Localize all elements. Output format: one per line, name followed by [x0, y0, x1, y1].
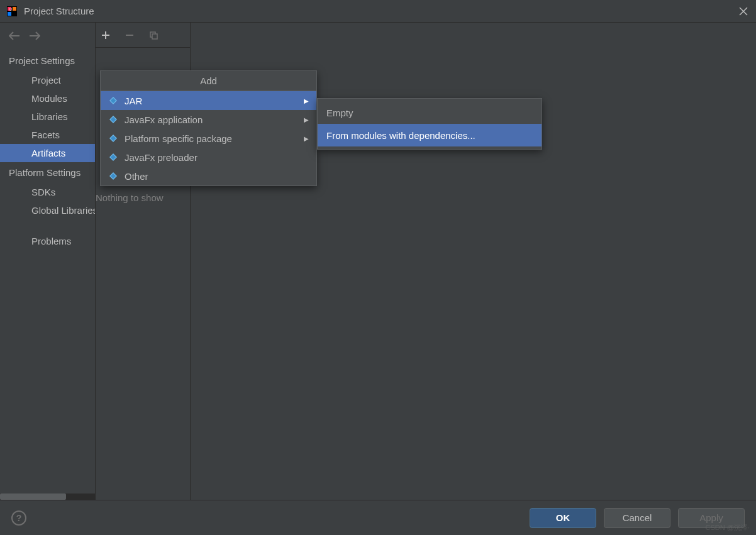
chevron-right-icon: ▶ [304, 116, 309, 123]
app-icon: IJ [6, 6, 18, 17]
menu-label: Platform specific package [125, 133, 232, 144]
section-platform-settings: Platform Settings [0, 162, 95, 183]
sidebar-item-sdks[interactable]: SDKs [0, 183, 95, 201]
chevron-right-icon: ▶ [304, 135, 309, 142]
menu-item-javafx-preloader[interactable]: JavaFx preloader [101, 148, 316, 167]
sidebar-item-global-libraries[interactable]: Global Libraries [0, 201, 95, 219]
chevron-right-icon: ▶ [304, 97, 309, 104]
artifact-icon [108, 152, 118, 162]
add-menu-header: Add [101, 71, 316, 91]
menu-label: JavaFx preloader [125, 152, 197, 163]
copy-button[interactable] [147, 29, 160, 41]
close-icon[interactable] [737, 5, 750, 18]
sidebar-item-problems[interactable]: Problems [0, 232, 95, 250]
sidebar-item-libraries[interactable]: Libraries [0, 108, 95, 126]
menu-item-other[interactable]: Other [101, 167, 316, 185]
titlebar: IJ Project Structure [0, 0, 756, 23]
nav-forward-icon[interactable] [29, 31, 42, 44]
svg-rect-6 [152, 34, 157, 39]
submenu-item-from-modules[interactable]: From modules with dependencies... [318, 124, 542, 146]
menu-label: Empty [326, 108, 353, 118]
artifact-icon [108, 114, 118, 124]
ok-button[interactable]: OK [530, 508, 596, 528]
jar-submenu: Empty From modules with dependencies... [317, 98, 542, 150]
remove-button[interactable] [123, 29, 136, 41]
add-button[interactable] [99, 29, 112, 41]
cancel-button[interactable]: Cancel [604, 508, 670, 528]
menu-label: From modules with dependencies... [326, 130, 475, 141]
svg-rect-2 [13, 7, 16, 11]
sidebar-item-facets[interactable]: Facets [0, 126, 95, 144]
section-project-settings: Project Settings [0, 50, 95, 71]
artifact-icon [108, 96, 118, 106]
add-menu: Add JAR ▶ JavaFx application ▶ [100, 70, 317, 186]
window-title: Project Structure [24, 6, 94, 16]
watermark: CSDN @沉泽· [706, 523, 750, 532]
sidebar: Project Settings Project Modules Librari… [0, 23, 96, 500]
menu-item-javafx-app[interactable]: JavaFx application ▶ [101, 110, 316, 129]
sidebar-item-artifacts[interactable]: Artifacts [0, 144, 95, 162]
nav-back-icon[interactable] [9, 31, 21, 44]
svg-text:IJ: IJ [9, 8, 12, 11]
sidebar-scrollbar[interactable] [0, 494, 95, 500]
menu-label: JAR [125, 96, 142, 106]
help-button[interactable]: ? [11, 510, 26, 526]
sidebar-item-modules[interactable]: Modules [0, 89, 95, 108]
artifact-icon [108, 133, 118, 143]
menu-label: JavaFx application [125, 114, 203, 125]
svg-rect-3 [8, 12, 11, 16]
menu-item-jar[interactable]: JAR ▶ [101, 91, 316, 110]
menu-item-platform-package[interactable]: Platform specific package ▶ [101, 129, 316, 148]
menu-label: Other [125, 171, 148, 182]
artifact-icon [108, 171, 118, 181]
submenu-item-empty[interactable]: Empty [318, 101, 542, 124]
dialog-footer: ? OK Cancel Apply [0, 500, 756, 535]
sidebar-item-project[interactable]: Project [0, 71, 95, 89]
